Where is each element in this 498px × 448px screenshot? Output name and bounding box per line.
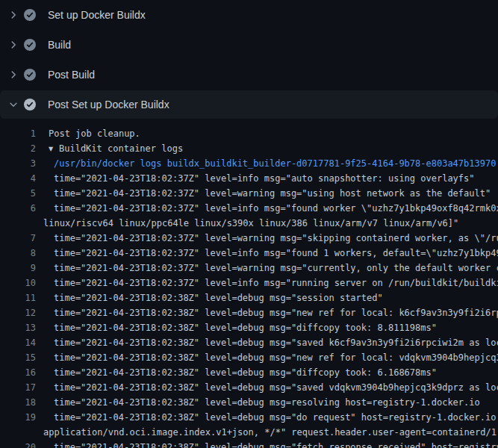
- log-text: time="2021-04-23T18:02:37Z" level=warnin…: [43, 231, 498, 246]
- log-text: time="2021-04-23T18:02:38Z" level=debug …: [43, 395, 480, 410]
- log-line: 11time="2021-04-23T18:02:38Z" level=debu…: [0, 290, 498, 305]
- log-text: time="2021-04-23T18:02:38Z" level=debug …: [43, 440, 498, 448]
- log-text: time="2021-04-23T18:02:38Z" level=debug …: [43, 365, 437, 380]
- log-text: time="2021-04-23T18:02:38Z" level=debug …: [43, 305, 498, 320]
- log-line: 5time="2021-04-23T18:02:37Z" level=warni…: [0, 186, 498, 201]
- log-line-number: [0, 216, 36, 231]
- log-line-number[interactable]: 6: [0, 201, 36, 216]
- log-line-number[interactable]: 12: [0, 305, 36, 320]
- log-line-number[interactable]: 18: [0, 395, 36, 410]
- log-line: 7time="2021-04-23T18:02:37Z" level=warni…: [0, 231, 498, 246]
- check-circle-icon: [24, 9, 36, 21]
- chevron-down-icon: [7, 99, 19, 111]
- log-text: time="2021-04-23T18:02:38Z" level=debug …: [43, 350, 498, 365]
- log-line-number[interactable]: 4: [0, 171, 36, 186]
- log-line-number[interactable]: 13: [0, 320, 36, 335]
- log-line-number[interactable]: 2: [0, 141, 36, 156]
- log-line: 4time="2021-04-23T18:02:37Z" level=info …: [0, 171, 498, 186]
- log-viewer: 1Post job cleanup.2▼BuildKit container l…: [0, 119, 498, 448]
- log-text: application/vnd.oci.image.index.v1+json,…: [43, 425, 498, 440]
- log-line-number[interactable]: 15: [0, 350, 36, 365]
- log-line-number[interactable]: 10: [0, 276, 36, 290]
- chevron-right-icon: [7, 39, 19, 51]
- log-text: time="2021-04-23T18:02:37Z" level=info m…: [43, 246, 498, 261]
- check-circle-icon: [24, 69, 36, 81]
- step-label: Set up Docker Buildx: [48, 7, 146, 22]
- log-line: 14time="2021-04-23T18:02:38Z" level=debu…: [0, 335, 498, 350]
- log-text: time="2021-04-23T18:02:38Z" level=debug …: [43, 335, 498, 350]
- log-line: 6time="2021-04-23T18:02:37Z" level=info …: [0, 201, 498, 216]
- log-line-number[interactable]: 17: [0, 380, 36, 395]
- log-line-number[interactable]: 20: [0, 440, 36, 448]
- step-list: Set up Docker Buildx Build Post Build Po…: [0, 0, 498, 119]
- log-line: 15time="2021-04-23T18:02:38Z" level=debu…: [0, 350, 498, 365]
- step-row-post-build[interactable]: Post Build: [0, 60, 498, 90]
- log-line: 2▼BuildKit container logs: [0, 141, 498, 156]
- chevron-right-icon: [7, 69, 19, 81]
- log-line-number: [0, 425, 36, 440]
- triangle-down-icon: ▼: [49, 142, 59, 157]
- log-text: time="2021-04-23T18:02:37Z" level=info m…: [43, 276, 498, 290]
- step-row-set-up-docker-buildx[interactable]: Set up Docker Buildx: [0, 0, 498, 30]
- chevron-right-icon: [7, 9, 19, 21]
- check-circle-icon: [24, 99, 36, 111]
- log-line-number[interactable]: 1: [0, 126, 36, 141]
- log-line-number[interactable]: 16: [0, 365, 36, 380]
- log-text: time="2021-04-23T18:02:37Z" level=info m…: [43, 201, 498, 216]
- step-label: Post Build: [48, 67, 95, 82]
- log-line: 17time="2021-04-23T18:02:38Z" level=debu…: [0, 380, 498, 395]
- step-label: Build: [48, 37, 71, 52]
- log-text: linux/riscv64 linux/ppc64le linux/s390x …: [43, 216, 458, 231]
- log-line-number[interactable]: 7: [0, 231, 36, 246]
- log-command-text: /usr/bin/docker logs buildx_buildkit_bui…: [43, 156, 496, 171]
- log-text: time="2021-04-23T18:02:38Z" level=debug …: [43, 410, 498, 425]
- log-line: 19time="2021-04-23T18:02:38Z" level=debu…: [0, 410, 498, 425]
- step-row-post-set-up-docker-buildx[interactable]: Post Set up Docker Buildx: [0, 90, 498, 119]
- log-group-text: BuildKit container logs: [59, 143, 183, 154]
- log-line: 9time="2021-04-23T18:02:37Z" level=warni…: [0, 261, 498, 276]
- log-line: 20time="2021-04-23T18:02:38Z" level=debu…: [0, 440, 498, 448]
- step-label: Post Set up Docker Buildx: [48, 97, 169, 112]
- log-line-number[interactable]: 5: [0, 186, 36, 201]
- log-line: 12time="2021-04-23T18:02:38Z" level=debu…: [0, 305, 498, 320]
- log-line: application/vnd.oci.image.index.v1+json,…: [0, 425, 498, 440]
- log-text: time="2021-04-23T18:02:37Z" level=warnin…: [43, 261, 498, 276]
- log-line: 10time="2021-04-23T18:02:37Z" level=info…: [0, 276, 498, 290]
- log-line-number[interactable]: 19: [0, 410, 36, 425]
- log-line-number[interactable]: 3: [0, 156, 36, 171]
- log-line: 3/usr/bin/docker logs buildx_buildkit_bu…: [0, 156, 498, 171]
- log-line: 16time="2021-04-23T18:02:38Z" level=debu…: [0, 365, 498, 380]
- check-circle-icon: [24, 39, 36, 51]
- log-line-number[interactable]: 9: [0, 261, 36, 276]
- log-text: time="2021-04-23T18:02:37Z" level=warnin…: [43, 186, 491, 201]
- log-text: time="2021-04-23T18:02:38Z" level=debug …: [43, 290, 383, 305]
- step-row-build[interactable]: Build: [0, 30, 498, 60]
- log-line-number[interactable]: 14: [0, 335, 36, 350]
- log-text: time="2021-04-23T18:02:38Z" level=debug …: [43, 380, 498, 395]
- log-text: time="2021-04-23T18:02:37Z" level=info m…: [43, 171, 475, 186]
- log-line: 8time="2021-04-23T18:02:37Z" level=info …: [0, 246, 498, 261]
- log-line: linux/riscv64 linux/ppc64le linux/s390x …: [0, 216, 498, 231]
- log-line-number[interactable]: 8: [0, 246, 36, 261]
- log-text: Post job cleanup.: [43, 126, 140, 141]
- log-line: 1Post job cleanup.: [0, 126, 498, 141]
- log-line: 18time="2021-04-23T18:02:38Z" level=debu…: [0, 395, 498, 410]
- log-text: time="2021-04-23T18:02:38Z" level=debug …: [43, 320, 437, 335]
- log-group-label[interactable]: ▼BuildKit container logs: [43, 141, 183, 156]
- log-line-number[interactable]: 11: [0, 290, 36, 305]
- log-line: 13time="2021-04-23T18:02:38Z" level=debu…: [0, 320, 498, 335]
